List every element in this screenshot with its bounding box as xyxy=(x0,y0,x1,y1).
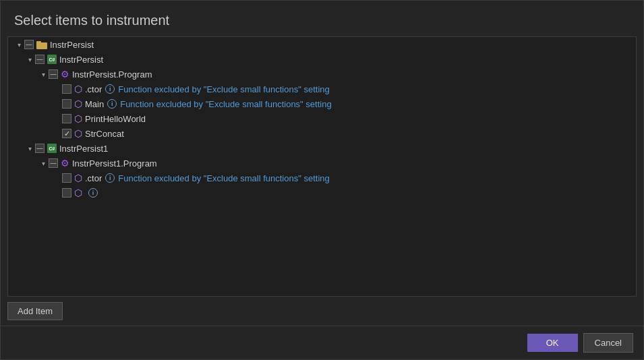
add-item-button[interactable]: Add Item xyxy=(7,302,63,320)
ok-button[interactable]: OK xyxy=(527,334,578,352)
tree-row: ⬡ Main Function excluded by "Exclude sma… xyxy=(8,96,636,111)
node-label: Main xyxy=(85,99,104,109)
leaf-spacer xyxy=(51,173,62,183)
node-label: InstrPersist xyxy=(59,55,103,65)
leaf-spacer xyxy=(51,98,62,109)
node-label: InstrPersist1.Program xyxy=(72,158,157,169)
tree-row: ⬡ PrintHelloWorld xyxy=(8,111,636,126)
checkbox-strconcat[interactable] xyxy=(62,129,71,138)
dialog-footer: OK Cancel xyxy=(1,326,643,359)
tree-row: C# InstrPersist1 xyxy=(8,141,636,156)
checkbox-instrpersist-project[interactable] xyxy=(35,55,45,64)
info-icon xyxy=(105,173,115,183)
class-icon: ⚙ xyxy=(61,158,69,169)
dialog-body: InstrPersist C# InstrPersist ⚙ InstrPers… xyxy=(1,36,643,326)
tree-row: ⬡ .ctor Function excluded by "Exclude sm… xyxy=(8,82,636,96)
tree-row: ⬡ StrConcat xyxy=(8,126,636,141)
checkbox-instrpersist-solution[interactable] xyxy=(24,40,34,49)
tree-row: ⬡ xyxy=(8,185,636,200)
expand-icon[interactable] xyxy=(24,143,35,154)
node-label: InstrPersist1 xyxy=(59,144,108,154)
expand-icon[interactable] xyxy=(38,158,49,169)
method-icon: ⬡ xyxy=(74,84,82,94)
svg-rect-1 xyxy=(36,41,41,44)
leaf-spacer xyxy=(51,128,62,139)
checkbox-partial[interactable] xyxy=(62,188,71,198)
leaf-spacer xyxy=(51,113,62,124)
leaf-spacer xyxy=(51,84,62,94)
class-icon: ⚙ xyxy=(61,69,69,80)
info-icon xyxy=(107,99,117,109)
info-icon xyxy=(105,84,115,94)
method-icon: ⬡ xyxy=(74,98,82,109)
cancel-button[interactable]: Cancel xyxy=(583,333,633,353)
expand-icon[interactable] xyxy=(24,54,35,65)
method-icon: ⬡ xyxy=(74,113,82,124)
tree-row: ⬡ .ctor Function excluded by "Exclude sm… xyxy=(8,171,636,185)
tree-row: C# InstrPersist xyxy=(8,52,636,67)
tree-row: ⚙ InstrPersist.Program xyxy=(8,67,636,82)
checkbox-ctor2[interactable] xyxy=(62,173,71,183)
dialog-title: Select items to instrument xyxy=(1,1,643,36)
folder-icon xyxy=(36,40,47,49)
node-label: InstrPersist xyxy=(50,40,94,50)
tree-row: InstrPersist xyxy=(8,37,636,52)
exclude-link[interactable]: Function excluded by "Exclude small func… xyxy=(120,99,331,109)
checkbox-printhelloworld[interactable] xyxy=(62,114,71,123)
tree-row: ⚙ InstrPersist1.Program xyxy=(8,156,636,171)
exclude-link[interactable]: Function excluded by "Exclude small func… xyxy=(118,84,329,94)
method-icon: ⬡ xyxy=(74,173,82,183)
node-label: .ctor xyxy=(85,84,102,94)
checkbox-ctor1[interactable] xyxy=(62,84,71,94)
csharp-icon: C# xyxy=(47,144,57,153)
method-icon: ⬡ xyxy=(74,128,82,139)
checkbox-main[interactable] xyxy=(62,99,71,109)
node-label: StrConcat xyxy=(85,129,124,139)
method-icon: ⬡ xyxy=(74,187,82,198)
checkbox-instrpersist1-program[interactable] xyxy=(49,158,58,168)
node-label: .ctor xyxy=(85,173,102,183)
select-items-dialog: Select items to instrument InstrPersist xyxy=(0,0,644,360)
checkbox-instrpersist-program[interactable] xyxy=(49,69,58,79)
info-icon xyxy=(88,188,98,198)
csharp-icon: C# xyxy=(47,55,57,64)
checkbox-instrpersist1-project[interactable] xyxy=(35,144,45,153)
expand-icon[interactable] xyxy=(13,39,24,50)
node-label: InstrPersist.Program xyxy=(72,69,152,80)
node-label: PrintHelloWorld xyxy=(85,114,146,124)
tree-area[interactable]: InstrPersist C# InstrPersist ⚙ InstrPers… xyxy=(7,36,637,297)
leaf-spacer xyxy=(51,187,62,198)
expand-icon[interactable] xyxy=(38,69,49,80)
exclude-link[interactable]: Function excluded by "Exclude small func… xyxy=(118,173,329,183)
footer-actions: Add Item xyxy=(1,297,643,326)
